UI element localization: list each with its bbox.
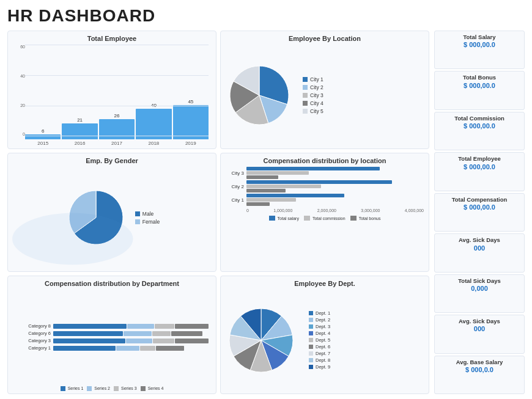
- bar-group: 26 2017: [99, 113, 135, 146]
- bar-value-label: 6: [42, 128, 44, 134]
- bar: [136, 109, 171, 139]
- legend-label: Female: [142, 219, 160, 225]
- hbar: [246, 194, 344, 197]
- employee-by-location-panel: Employee By Location City 1 City 2 City …: [220, 31, 429, 149]
- hbar-bars: [246, 194, 424, 206]
- charts-row-3: Compensation distribution by Department …: [7, 276, 429, 394]
- stat-value: 0,000: [440, 284, 519, 293]
- x-label: 4,000,000: [405, 208, 424, 213]
- dept-bar: [124, 331, 152, 336]
- stat-box: Total Compensation $ 000,00.0: [434, 193, 525, 232]
- stat-box: Total Sick Days 0,000: [434, 274, 525, 313]
- stat-label: Total Employee: [440, 155, 519, 162]
- legend-color: [87, 386, 92, 391]
- legend-item: Series 2: [87, 386, 110, 391]
- bar-group: 6 2015: [25, 128, 61, 146]
- x-label: 2,000,000: [317, 208, 336, 213]
- bar-value-label: 26: [114, 113, 120, 119]
- dept-bars: [53, 331, 209, 336]
- bar-group: 45 2019: [173, 99, 209, 146]
- stat-box: Total Bonus $ 000,00.0: [434, 71, 525, 109]
- hbar-bars: [246, 180, 424, 192]
- location-legend: City 1 City 2 City 3 City 4 City 5: [303, 76, 323, 114]
- hbar: [246, 189, 286, 192]
- dept-label: Dept. 5: [316, 337, 330, 343]
- dept-bar: [175, 324, 209, 329]
- dept-label: Dept. 4: [316, 331, 330, 336]
- bar: [173, 105, 209, 139]
- gender-pie-container: Male Female: [13, 167, 211, 268]
- emp-dept-title: Employee By Dept.: [294, 280, 355, 287]
- legend-label: City 1: [310, 76, 323, 82]
- legend-color: [309, 365, 313, 369]
- main-content: Total Employee 6040200 6 201521 201626 2…: [7, 31, 525, 394]
- dept-hbar-row: Category 1: [15, 345, 209, 351]
- dept-bar: [140, 346, 155, 351]
- dept-bar: [53, 331, 123, 336]
- comp-location-title: Compensation distribution by location: [263, 157, 386, 164]
- dept-legend-item: Dept. 8: [309, 357, 330, 363]
- legend-label: Series 4: [148, 386, 164, 390]
- bar-chart-inner: 6040200 6 201521 201626 201740 201845 20…: [13, 45, 211, 146]
- location-title: Employee By Location: [289, 35, 361, 42]
- dept-bar: [152, 331, 171, 336]
- stat-box: Avg. Sick Days 000: [434, 233, 525, 272]
- gender-legend: Male Female: [135, 211, 160, 225]
- x-label: 3,000,000: [361, 208, 380, 213]
- legend-color: [303, 77, 308, 82]
- hbar-legend: Total salary Total commission Total bonu…: [226, 216, 424, 221]
- bar-value-label: 40: [151, 103, 157, 108]
- legend-label: City 3: [310, 92, 323, 98]
- stat-value: $ 000,00.0: [440, 203, 519, 211]
- legend-label: Total bonus: [359, 216, 381, 221]
- hbar: [246, 175, 278, 179]
- dept-bar: [126, 339, 152, 343]
- hbar-chart: City 3City 2City 101,000,0002,000,0003,0…: [226, 167, 424, 268]
- dept-hbar-row: Category 6: [15, 331, 209, 336]
- emp-gender-panel: Emp. By Gender Male Female: [7, 153, 216, 271]
- dept-legend-item: Dept. 6: [309, 344, 330, 350]
- hbar-bars: [246, 167, 424, 179]
- legend-item: Female: [135, 219, 160, 225]
- legend-label: City 4: [310, 100, 323, 106]
- comp-location-panel: Compensation distribution by location Ci…: [220, 153, 429, 271]
- hbar-row: City 3: [226, 167, 424, 179]
- hbar-city-label: City 3: [226, 170, 244, 176]
- dept-legend-item: Dept. 9: [309, 364, 330, 370]
- x-label: 1,000,000: [273, 208, 292, 213]
- stat-value: $ 000,0.0: [440, 365, 519, 374]
- sidebar: Total Salary $ 000,00.0Total Bonus $ 000…: [434, 31, 525, 394]
- y-axis: 6040200: [14, 45, 25, 136]
- bar: [62, 123, 97, 139]
- legend-item: Series 3: [114, 386, 137, 391]
- location-pie-container: City 1 City 2 City 3 City 4 City 5: [226, 45, 424, 146]
- hbar-row: City 1: [226, 194, 424, 206]
- legend-color: [303, 109, 308, 114]
- stat-label: Total Sick Days: [440, 277, 519, 284]
- page-title: HR DASHBOARD: [7, 6, 525, 26]
- legend-item: City 3: [303, 92, 323, 98]
- stat-value: $ 000,00.0: [440, 122, 519, 130]
- legend-color: [309, 345, 313, 349]
- bar-x-label: 2016: [75, 141, 86, 146]
- legend-item: City 5: [303, 108, 323, 114]
- legend-color: [303, 93, 308, 98]
- emp-dept-pie-container: Dept. 1 Dept. 2 Dept. 3 Dept. 4 Dept. 5 …: [226, 290, 424, 391]
- comp-dept-panel: Compensation distribution by Department …: [7, 276, 216, 394]
- legend-label: City 5: [310, 108, 323, 114]
- legend-color: [350, 216, 357, 221]
- bar-group: 21 2016: [62, 117, 97, 146]
- dept-legend-item: Dept. 4: [309, 331, 330, 336]
- legend-item: Male: [135, 211, 160, 217]
- dept-category-label: Category 1: [15, 345, 51, 351]
- stat-label: Total Commission: [440, 115, 519, 122]
- legend-label: Total commission: [312, 216, 345, 221]
- legend-color: [303, 85, 308, 90]
- legend-color: [141, 386, 146, 391]
- stat-label: Total Bonus: [440, 74, 519, 81]
- bar-chart: 6040200 6 201521 201626 201740 201845 20…: [13, 45, 211, 146]
- dept-legend-item: Dept. 7: [309, 351, 330, 356]
- bar-x-label: 2019: [185, 141, 196, 146]
- stat-value: $ 000,00.0: [440, 163, 519, 171]
- comp-dept-title: Compensation distribution by Department: [45, 280, 179, 287]
